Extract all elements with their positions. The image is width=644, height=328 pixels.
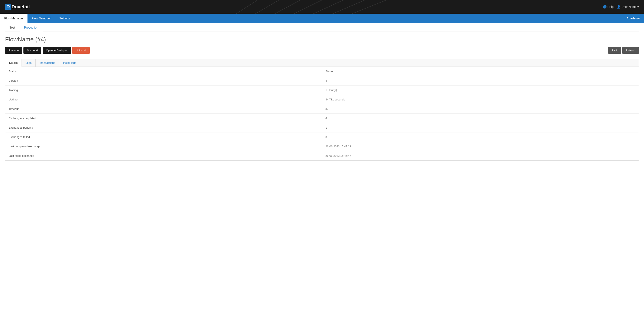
header-right: i Help 👤 User Name ▾: [603, 5, 639, 9]
detail-label-last-failed: Last failed exchange: [5, 151, 322, 160]
detail-label-exchanges-completed: Exchanges completed: [5, 114, 322, 123]
detail-row-uptime: Uptime 44.731 seconds: [5, 95, 639, 104]
user-dropdown-arrow: ▾: [638, 5, 639, 9]
user-menu[interactable]: 👤 User Name ▾: [617, 5, 639, 9]
nav-academy[interactable]: Academy: [622, 14, 644, 23]
detail-label-exchanges-pending: Exchanges pending: [5, 123, 322, 132]
detail-value-exchanges-failed: 3: [322, 132, 639, 142]
detail-label-tracing: Tracing: [5, 86, 322, 95]
detail-value-last-failed: 26-06-2023 15:46:47: [322, 151, 639, 160]
detail-label-exchanges-failed: Exchanges failed: [5, 132, 322, 142]
detail-value-status: Started: [322, 67, 639, 76]
svg-line-2: [249, 0, 301, 14]
nav-item-flow-manager[interactable]: Flow Manager: [0, 14, 28, 23]
detail-row-last-failed: Last failed exchange 26-06-2023 15:46:47: [5, 151, 639, 160]
user-name-label: User Name: [622, 5, 636, 9]
refresh-button[interactable]: Refresh: [622, 47, 639, 54]
suspend-button[interactable]: Suspend: [24, 47, 41, 54]
toolbar-right: Back Refresh: [608, 47, 639, 54]
logo-icon: D: [5, 4, 11, 10]
detail-label-status: Status: [5, 67, 322, 76]
tab-production[interactable]: Production: [20, 23, 43, 32]
tab-test[interactable]: Test: [5, 23, 20, 32]
detail-row-status: Status Started: [5, 67, 639, 76]
detail-value-last-completed: 26-06-2023 15:47:21: [322, 142, 639, 151]
detail-row-exchanges-failed: Exchanges failed 3: [5, 132, 639, 142]
toolbar-left: Resume Suspend Open in Designer Uninstal…: [5, 47, 90, 54]
detail-value-exchanges-completed: 4: [322, 114, 639, 123]
resume-button[interactable]: Resume: [5, 47, 22, 54]
detail-label-timeout: Timeout: [5, 104, 322, 113]
svg-line-3: [266, 0, 322, 14]
logo-text: Dovetail: [12, 4, 30, 10]
detail-value-exchanges-pending: 1: [322, 123, 639, 132]
detail-row-exchanges-pending: Exchanges pending 1: [5, 123, 639, 132]
uninstall-button[interactable]: Uninstall: [72, 47, 90, 54]
details-tab-bar: Details Logs Transactions Install logs: [5, 59, 639, 67]
toolbar: Resume Suspend Open in Designer Uninstal…: [5, 47, 639, 54]
detail-label-last-completed: Last completed exchange: [5, 142, 322, 151]
detail-label-uptime: Uptime: [5, 95, 322, 104]
tab-bar: Test Production: [5, 23, 639, 32]
nav-spacer: [74, 14, 622, 23]
detail-row-exchanges-completed: Exchanges completed 4: [5, 114, 639, 123]
back-button[interactable]: Back: [608, 47, 621, 54]
open-designer-button[interactable]: Open in Designer: [42, 47, 71, 54]
detail-value-tracing: 1 Hour(s): [322, 86, 639, 95]
svg-line-5: [300, 0, 365, 14]
details-tab-details[interactable]: Details: [5, 59, 22, 67]
logo[interactable]: D Dovetail: [5, 4, 30, 10]
nav-item-settings[interactable]: Settings: [55, 14, 74, 23]
detail-value-timeout: 30: [322, 104, 639, 113]
top-header: D Dovetail i Help 👤 User Name ▾: [0, 0, 644, 14]
details-tab-transactions[interactable]: Transactions: [36, 59, 59, 67]
page-title: FlowName (#4): [5, 36, 639, 43]
detail-label-version: Version: [5, 76, 322, 85]
svg-line-4: [284, 0, 344, 14]
svg-line-6: [318, 0, 386, 14]
detail-value-version: 4: [322, 76, 639, 85]
detail-value-uptime: 44.731 seconds: [322, 95, 639, 104]
detail-row-last-completed: Last completed exchange 26-06-2023 15:47…: [5, 142, 639, 151]
details-panel: Details Logs Transactions Install logs S…: [5, 59, 639, 161]
svg-line-0: [214, 0, 258, 14]
detail-row-timeout: Timeout 30: [5, 104, 639, 114]
detail-row-tracing: Tracing 1 Hour(s): [5, 86, 639, 95]
detail-row-version: Version 4: [5, 76, 639, 86]
help-label: Help: [607, 5, 614, 9]
info-icon: i: [603, 5, 606, 9]
user-icon: 👤: [617, 5, 620, 9]
nav-item-flow-designer[interactable]: Flow Designer: [28, 14, 55, 23]
details-tab-install-logs[interactable]: Install logs: [59, 59, 80, 67]
nav-bar: Flow Manager Flow Designer Settings Acad…: [0, 14, 644, 23]
svg-line-1: [232, 0, 279, 14]
help-link[interactable]: i Help: [603, 5, 614, 9]
main-content: Test Production FlowName (#4) Resume Sus…: [0, 23, 644, 166]
details-tab-logs[interactable]: Logs: [22, 59, 36, 67]
